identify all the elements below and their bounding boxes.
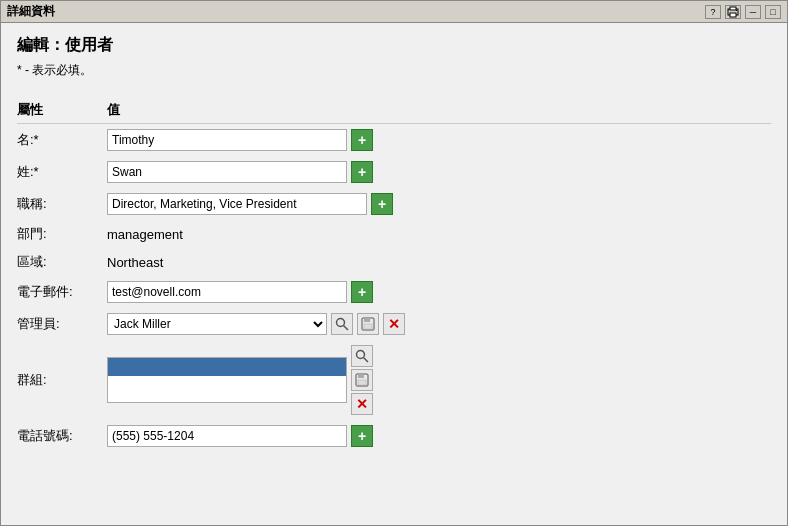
svg-rect-8: [364, 324, 372, 329]
field-label-manager: 管理員:: [17, 308, 107, 340]
group-listbox[interactable]: [107, 357, 347, 403]
manager-save-button[interactable]: [357, 313, 379, 335]
svg-point-9: [357, 351, 365, 359]
form-table: 屬性 值 名:* + 姓:*: [17, 97, 771, 452]
group-save-button[interactable]: [351, 369, 373, 391]
svg-point-4: [337, 319, 345, 327]
svg-line-5: [344, 326, 349, 331]
field-value-dept: management: [107, 220, 771, 248]
print-icon: [727, 6, 739, 18]
field-row-name: +: [107, 129, 763, 151]
svg-rect-13: [358, 380, 366, 385]
group-buttons: ✕: [351, 345, 373, 415]
dept-static: management: [107, 227, 183, 242]
maximize-button[interactable]: □: [765, 5, 781, 19]
field-row-phone: +: [107, 425, 763, 447]
minimize-button[interactable]: ─: [745, 5, 761, 19]
title-bar-controls: ? ─ □: [705, 5, 781, 19]
surname-input[interactable]: [107, 161, 347, 183]
search-icon: [335, 317, 349, 331]
table-row: 電子郵件: +: [17, 276, 771, 308]
svg-rect-2: [730, 7, 736, 10]
listbox-item[interactable]: [108, 358, 346, 376]
email-add-button[interactable]: +: [351, 281, 373, 303]
surname-add-button[interactable]: +: [351, 161, 373, 183]
delete-icon: ✕: [388, 316, 400, 332]
svg-line-10: [364, 358, 369, 363]
field-value-phone: +: [107, 420, 771, 452]
content-area: 編輯：使用者 * - 表示必填。 屬性 值 名:* +: [1, 23, 787, 525]
field-value-group: ✕: [107, 340, 771, 420]
field-label-group: 群組:: [17, 340, 107, 420]
field-row-manager: Jack Miller: [107, 313, 763, 335]
svg-rect-3: [736, 10, 737, 11]
delete-icon: ✕: [356, 396, 368, 412]
region-static: Northeast: [107, 255, 163, 270]
field-value-surname: +: [107, 156, 771, 188]
field-label-title: 職稱:: [17, 188, 107, 220]
phone-input[interactable]: [107, 425, 347, 447]
table-row: 職稱: +: [17, 188, 771, 220]
field-label-region: 區域:: [17, 248, 107, 276]
field-row-title: +: [107, 193, 763, 215]
field-row-email: +: [107, 281, 763, 303]
table-row: 電話號碼: +: [17, 420, 771, 452]
col-header-property: 屬性: [17, 97, 107, 124]
table-row: 姓:* +: [17, 156, 771, 188]
title-add-button[interactable]: +: [371, 193, 393, 215]
field-label-dept: 部門:: [17, 220, 107, 248]
help-button[interactable]: ?: [705, 5, 721, 19]
field-row-surname: +: [107, 161, 763, 183]
name-input[interactable]: [107, 129, 347, 151]
field-value-email: +: [107, 276, 771, 308]
field-value-name: +: [107, 124, 771, 157]
manager-select[interactable]: Jack Miller: [107, 313, 327, 335]
table-row: 區域: Northeast: [17, 248, 771, 276]
svg-rect-12: [358, 374, 364, 378]
save-icon: [355, 373, 369, 387]
print-button[interactable]: [725, 5, 741, 19]
field-label-surname: 姓:*: [17, 156, 107, 188]
main-window: 詳細資料 ? ─ □ 編輯：使用者 * - 表示必填。 屬性 值: [0, 0, 788, 526]
title-input[interactable]: [107, 193, 367, 215]
field-value-manager: Jack Miller: [107, 308, 771, 340]
required-note: * - 表示必填。: [17, 62, 771, 79]
field-label-phone: 電話號碼:: [17, 420, 107, 452]
group-search-button[interactable]: [351, 345, 373, 367]
phone-add-button[interactable]: +: [351, 425, 373, 447]
title-bar: 詳細資料 ? ─ □: [1, 1, 787, 23]
name-add-button[interactable]: +: [351, 129, 373, 151]
svg-rect-1: [730, 13, 736, 17]
window-title: 詳細資料: [7, 3, 55, 20]
field-value-region: Northeast: [107, 248, 771, 276]
field-label-email: 電子郵件:: [17, 276, 107, 308]
search-icon: [355, 349, 369, 363]
page-title: 編輯：使用者: [17, 35, 771, 56]
save-icon: [361, 317, 375, 331]
field-row-group: ✕: [107, 345, 763, 415]
field-value-title: +: [107, 188, 771, 220]
table-row: 管理員: Jack Miller: [17, 308, 771, 340]
email-input[interactable]: [107, 281, 347, 303]
field-label-name: 名:*: [17, 124, 107, 157]
table-row: 群組:: [17, 340, 771, 420]
group-delete-button[interactable]: ✕: [351, 393, 373, 415]
manager-search-button[interactable]: [331, 313, 353, 335]
col-header-value: 值: [107, 97, 771, 124]
table-row: 名:* +: [17, 124, 771, 157]
table-row: 部門: management: [17, 220, 771, 248]
manager-delete-button[interactable]: ✕: [383, 313, 405, 335]
svg-rect-7: [364, 318, 370, 322]
